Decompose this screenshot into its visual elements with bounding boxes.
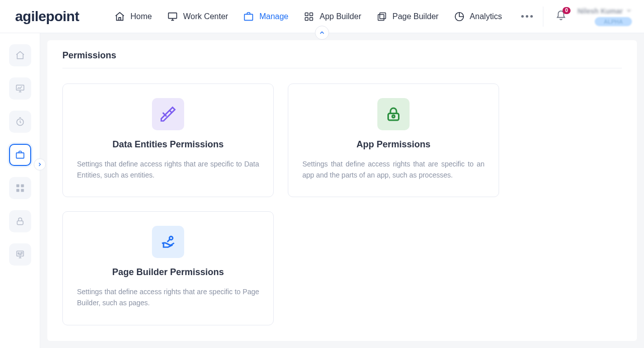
nav-more[interactable] [521, 15, 533, 18]
collapse-header-button[interactable] [315, 26, 329, 40]
svg-point-18 [18, 253, 19, 254]
card-description: Settings that define access rights that … [77, 159, 259, 181]
top-header: agilepoint Home Work Center Manage App B… [0, 0, 644, 33]
svg-rect-3 [310, 13, 313, 16]
page-icon [376, 11, 387, 22]
svg-rect-4 [305, 17, 308, 20]
chevron-up-icon [318, 29, 326, 36]
chevron-down-icon [626, 7, 632, 15]
sidebar-item-reports[interactable] [9, 77, 31, 100]
primary-nav: Home Work Center Manage App Builder Page [114, 11, 532, 22]
svg-rect-9 [16, 85, 24, 90]
nav-label: Page Builder [392, 12, 439, 21]
card-title: Data Entities Permissions [77, 139, 259, 150]
dot-icon [521, 15, 524, 18]
nav-manage[interactable]: Manage [243, 11, 288, 22]
nav-analytics[interactable]: Analytics [454, 11, 502, 22]
card-description: Settings that define access rights that … [77, 287, 259, 308]
svg-rect-7 [378, 14, 384, 20]
page-title: Permissions [62, 50, 622, 68]
nav-app-builder[interactable]: App Builder [303, 11, 361, 22]
svg-point-22 [392, 115, 395, 118]
nav-home[interactable]: Home [114, 11, 152, 22]
apps-grid-icon [303, 11, 314, 22]
left-sidebar [0, 33, 40, 348]
svg-rect-13 [21, 185, 24, 188]
svg-point-20 [21, 252, 22, 253]
svg-rect-2 [305, 13, 308, 16]
permissions-cards: Data Entities Permissions Settings that … [62, 83, 622, 325]
card-app-permissions[interactable]: App Permissions Settings that define acc… [288, 83, 499, 197]
monitor-icon [167, 11, 178, 22]
header-right: 0 Nilesh Kumar ALPHA [543, 7, 632, 27]
home-icon [15, 50, 25, 60]
dot-icon [526, 15, 528, 18]
home-icon [114, 11, 125, 22]
logo: agilepoint [15, 9, 79, 25]
svg-rect-21 [388, 114, 399, 121]
nav-label: Work Center [183, 12, 228, 21]
sliders-icon [15, 249, 25, 259]
nav-label: Manage [259, 12, 288, 21]
nav-label: Home [130, 12, 152, 21]
nav-label: Analytics [470, 12, 502, 21]
chart-line-icon [15, 83, 25, 94]
svg-rect-11 [16, 153, 24, 158]
user-name-label: Nilesh Kumar [578, 7, 623, 15]
svg-rect-6 [380, 13, 386, 19]
card-page-builder-permissions[interactable]: Page Builder Permissions Settings that d… [62, 211, 274, 325]
svg-rect-16 [17, 221, 23, 225]
lock-icon [15, 216, 25, 226]
briefcase-icon [15, 150, 25, 160]
pie-chart-icon [454, 11, 465, 22]
card-data-entities-permissions[interactable]: Data Entities Permissions Settings that … [62, 83, 274, 197]
sidebar-item-settings[interactable] [9, 243, 31, 266]
svg-rect-0 [169, 13, 177, 18]
svg-rect-5 [310, 17, 313, 20]
expand-sidebar-button[interactable] [34, 158, 46, 170]
svg-rect-14 [16, 189, 19, 192]
nav-work-center[interactable]: Work Center [167, 11, 228, 22]
user-menu[interactable]: Nilesh Kumar [578, 7, 632, 15]
sidebar-item-apps[interactable] [9, 177, 31, 199]
lock-icon [377, 98, 410, 130]
sidebar-item-manage[interactable] [9, 144, 31, 166]
apps-grid-icon [15, 183, 25, 193]
svg-rect-12 [16, 185, 19, 188]
user-block: Nilesh Kumar ALPHA [578, 7, 632, 26]
nav-page-builder[interactable]: Page Builder [376, 11, 439, 22]
svg-point-19 [20, 254, 21, 255]
ruler-pencil-icon [152, 98, 184, 130]
briefcase-icon [243, 11, 254, 22]
sidebar-item-schedules[interactable] [9, 111, 31, 133]
card-description: Settings that define access rights that … [302, 159, 485, 181]
notification-count-badge: 0 [562, 7, 571, 14]
hand-key-icon [152, 226, 184, 258]
sidebar-item-security[interactable] [9, 210, 31, 232]
notifications-button[interactable]: 0 [555, 10, 567, 23]
stopwatch-icon [15, 117, 25, 127]
card-title: Page Builder Permissions [77, 267, 259, 278]
dot-icon [530, 15, 533, 18]
sidebar-item-home[interactable] [9, 44, 31, 66]
svg-rect-1 [245, 14, 253, 20]
main-content: Permissions Data Entities Permissions Se… [47, 40, 637, 341]
svg-rect-15 [21, 189, 24, 192]
nav-label: App Builder [319, 12, 361, 21]
chevron-right-icon [37, 161, 43, 167]
card-title: App Permissions [302, 139, 485, 150]
environment-badge: ALPHA [595, 17, 632, 26]
